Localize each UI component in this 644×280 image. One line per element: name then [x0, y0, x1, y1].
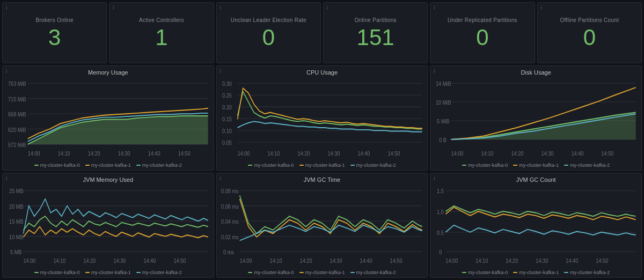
- svg-text:0.05: 0.05: [222, 139, 232, 146]
- svg-text:5 MiB: 5 MiB: [437, 118, 449, 124]
- svg-text:14:40: 14:40: [144, 257, 156, 264]
- legend-label-disk-kafka-0: my-cluster-kafka-0: [468, 163, 508, 168]
- stat-card-unclean-leader: i Unclean Leader Election Rate 0: [216, 2, 321, 63]
- jvm-memory-info-icon: i: [6, 175, 7, 181]
- stat-row: i Brokers Online 3 i Active Controllers …: [2, 2, 642, 63]
- memory-usage-chart-area: 763 MiB 715 MiB 668 MiB 620 MiB 572 MiB …: [7, 78, 209, 161]
- legend-label-jvm-gc-time-kafka-1: my-cluster-kafka-1: [305, 270, 345, 275]
- legend-disk-kafka-1: my-cluster-kafka-1: [513, 163, 559, 168]
- legend-jvm-mem-kafka-0: my-cluster-kafka-0: [34, 270, 80, 275]
- stat-value-brokers: 3: [48, 26, 61, 49]
- legend-label-kafka-0: my-cluster-kafka-0: [40, 163, 80, 168]
- legend-cpu-kafka-2: my-cluster-kafka-2: [350, 163, 396, 168]
- legend-kafka-0: my-cluster-kafka-0: [34, 163, 80, 168]
- svg-text:14:00: 14:00: [24, 257, 36, 264]
- cpu-usage-title: CPU Usage: [221, 69, 423, 76]
- legend-label-disk-kafka-2: my-cluster-kafka-2: [570, 163, 610, 168]
- svg-text:25 MB: 25 MB: [9, 188, 23, 195]
- stat-info-icon: i: [220, 5, 221, 11]
- svg-text:0.30: 0.30: [222, 81, 232, 87]
- svg-text:0: 0: [439, 249, 442, 255]
- stat-title-active-controllers: Active Controllers: [139, 17, 184, 23]
- jvm-memory-svg: 25 MB 20 MB 15 MB 10 MB 5 MB 14:00 14:10…: [7, 185, 209, 268]
- svg-text:14:40: 14:40: [360, 257, 372, 264]
- legend-jvm-mem-kafka-2: my-cluster-kafka-2: [136, 270, 182, 275]
- jvm-gc-time-chart-area: 0.08 ms 0.06 ms 0.04 ms 0.02 ms 0 ms 14:…: [221, 185, 423, 268]
- legend-label-jvm-gc-count-kafka-2: my-cluster-kafka-2: [570, 270, 610, 275]
- svg-text:14:20: 14:20: [299, 257, 312, 264]
- jvm-gc-count-info-icon: i: [434, 175, 435, 181]
- jvm-memory-legend: my-cluster-kafka-0 my-cluster-kafka-1 my…: [7, 270, 209, 275]
- memory-usage-card: i Memory Usage 763 MiB 715 MiB 668 MiB 6…: [2, 65, 214, 171]
- stat-title-online-partitions: Online Partitions: [354, 17, 396, 23]
- svg-text:1.5: 1.5: [437, 188, 444, 195]
- disk-usage-svg: 14 MiB 10 MiB 5 MiB 0 B 14:00 14:10 14:2…: [435, 78, 637, 161]
- stat-card-offline-partitions: i Offline Partitions Count 0: [537, 2, 642, 63]
- svg-text:0.10: 0.10: [222, 128, 232, 134]
- jvm-gc-count-card: i JVM GC Count 1.5 1.0 0.5 0 14:00 14:10…: [430, 173, 642, 278]
- svg-text:14:50: 14:50: [387, 150, 400, 157]
- legend-jvm-gc-time-kafka-1: my-cluster-kafka-1: [299, 270, 345, 275]
- svg-text:14:20: 14:20: [84, 257, 96, 264]
- jvm-memory-title: JVM Memory Used: [7, 176, 209, 183]
- svg-text:5 MB: 5 MB: [10, 249, 21, 255]
- jvm-gc-time-info-icon: i: [220, 175, 221, 181]
- legend-kafka-1: my-cluster-kafka-1: [85, 163, 131, 168]
- cpu-usage-svg: 0.30 0.25 0.20 0.15 0.10 0.05 14:00 14:1…: [221, 78, 423, 161]
- svg-text:620 MiB: 620 MiB: [8, 127, 26, 133]
- svg-text:14:20: 14:20: [511, 150, 524, 157]
- jvm-gc-count-svg: 1.5 1.0 0.5 0 14:00 14:10 14:20 14:30 14…: [435, 185, 637, 268]
- stat-value-online-partitions: 151: [357, 26, 394, 49]
- stat-card-online-partitions: i Online Partitions 151: [323, 2, 428, 63]
- svg-text:14:10: 14:10: [481, 150, 494, 157]
- stat-info-icon: i: [113, 5, 114, 11]
- stat-card-active-controllers: i Active Controllers 1: [109, 2, 214, 63]
- legend-label-jvm-mem-kafka-1: my-cluster-kafka-1: [91, 270, 131, 275]
- svg-text:14:40: 14:40: [566, 257, 579, 264]
- jvm-gc-time-title: JVM GC Time: [221, 176, 423, 183]
- disk-usage-card: i Disk Usage 14 MiB 10 MiB 5 MiB 0 B 14:…: [430, 65, 642, 171]
- legend-label-cpu-kafka-1: my-cluster-kafka-1: [305, 163, 345, 168]
- svg-text:14:00: 14:00: [446, 257, 458, 264]
- memory-info-icon: i: [6, 68, 7, 74]
- svg-text:0.25: 0.25: [222, 92, 232, 99]
- svg-text:14:20: 14:20: [297, 150, 310, 157]
- disk-usage-title: Disk Usage: [435, 69, 637, 76]
- chart-row-1: i Memory Usage 763 MiB 715 MiB 668 MiB 6…: [2, 65, 642, 171]
- jvm-gc-time-legend: my-cluster-kafka-0 my-cluster-kafka-1 my…: [221, 270, 423, 275]
- legend-jvm-gc-time-kafka-2: my-cluster-kafka-2: [350, 270, 396, 275]
- svg-text:715 MiB: 715 MiB: [8, 96, 26, 102]
- jvm-memory-card: i JVM Memory Used 25 MB 20 MB 15 MB 10 M…: [2, 173, 214, 278]
- jvm-gc-time-card: i JVM GC Time 0.08 ms 0.06 ms 0.04 ms 0.…: [216, 173, 428, 278]
- chart-row-2: i JVM Memory Used 25 MB 20 MB 15 MB 10 M…: [2, 173, 642, 278]
- stat-value-under-replicated: 0: [476, 26, 488, 49]
- cpu-usage-card: i CPU Usage 0.30 0.25 0.20 0.15 0.10 0.0…: [216, 65, 428, 171]
- legend-label-cpu-kafka-2: my-cluster-kafka-2: [356, 163, 396, 168]
- stat-title-unclean-leader: Unclean Leader Election Rate: [231, 17, 306, 23]
- stat-info-icon: i: [327, 5, 328, 11]
- svg-text:14:50: 14:50: [173, 257, 186, 264]
- svg-text:0.5: 0.5: [437, 230, 444, 236]
- svg-text:14:50: 14:50: [596, 257, 609, 264]
- jvm-gc-time-svg: 0.08 ms 0.06 ms 0.04 ms 0.02 ms 0 ms 14:…: [221, 185, 423, 268]
- svg-text:14:50: 14:50: [390, 257, 402, 264]
- svg-text:14:30: 14:30: [118, 150, 130, 157]
- legend-jvm-gc-count-kafka-2: my-cluster-kafka-2: [564, 270, 610, 275]
- svg-text:0.06 ms: 0.06 ms: [221, 203, 239, 210]
- svg-text:14:00: 14:00: [237, 150, 250, 157]
- legend-label-cpu-kafka-0: my-cluster-kafka-0: [254, 163, 294, 168]
- svg-text:14:00: 14:00: [28, 150, 40, 157]
- svg-text:14:10: 14:10: [58, 150, 70, 157]
- memory-usage-svg: 763 MiB 715 MiB 668 MiB 620 MiB 572 MiB …: [7, 78, 209, 161]
- disk-info-icon: i: [434, 68, 435, 74]
- stat-info-icon: i: [434, 5, 435, 11]
- stat-card-brokers-online: i Brokers Online 3: [2, 2, 107, 63]
- memory-usage-legend: my-cluster-kafka-0 my-cluster-kafka-1 my…: [7, 163, 209, 168]
- legend-disk-kafka-0: my-cluster-kafka-0: [462, 163, 508, 168]
- legend-label-kafka-1: my-cluster-kafka-1: [91, 163, 131, 168]
- svg-text:14:30: 14:30: [536, 257, 548, 264]
- legend-label-jvm-mem-kafka-0: my-cluster-kafka-0: [40, 270, 80, 275]
- legend-label-jvm-mem-kafka-2: my-cluster-kafka-2: [142, 270, 182, 275]
- stat-value-offline-partitions: 0: [583, 26, 596, 49]
- cpu-info-icon: i: [220, 68, 221, 74]
